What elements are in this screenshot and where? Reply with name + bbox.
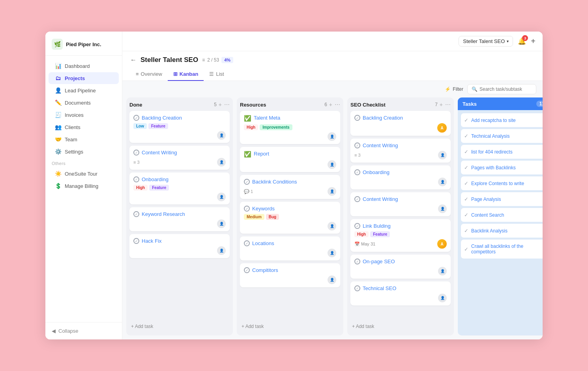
task-card: ✓ Compititors 👤 — [240, 263, 340, 287]
task-check-icon: ✓ — [464, 196, 468, 202]
plus-icon[interactable]: + — [440, 101, 443, 108]
task-footer: ≡ 3 👤 — [133, 158, 226, 167]
task-item-label: list for 404 redirects — [471, 149, 513, 155]
task-item-label: Pages with Backlinks — [471, 165, 516, 171]
avatar: 👤 — [217, 158, 226, 167]
more-icon[interactable]: ⋯ — [335, 101, 340, 108]
column-done-actions[interactable]: + ⋯ — [219, 101, 230, 108]
search-input[interactable] — [479, 86, 535, 92]
sidebar-item-team[interactable]: 🤝 Team — [49, 133, 119, 145]
task-footer: 👤 — [354, 178, 447, 186]
task-check-icon: ✓ — [354, 169, 360, 175]
more-icon[interactable]: ⋯ — [445, 101, 451, 108]
kanban-columns: Done 5 + ⋯ ✓ Backling Creation — [122, 97, 543, 339]
column-resources: Resources 6 + ⋯ ✅ Talent Meta — [237, 97, 343, 335]
tab-overview[interactable]: ≡ Overview — [130, 68, 168, 81]
tab-kanban[interactable]: ⊞ Kanban — [168, 68, 204, 81]
avatar: 👤 — [438, 294, 447, 302]
badge-high: High — [133, 185, 148, 191]
task-item[interactable]: ✓ Pages with Backlinks — [461, 161, 543, 174]
task-title: ✓ Locations — [244, 240, 336, 246]
sidebar-item-dashboard[interactable]: 📊 Dashboard — [49, 60, 119, 72]
project-selector[interactable]: Steller Talent SEO ▾ — [459, 36, 513, 47]
sidebar-item-settings[interactable]: ⚙️ Settings — [49, 146, 119, 157]
logo-icon: 🌿 — [52, 39, 63, 50]
task-item[interactable]: ✓ Backlink Analysis — [461, 224, 543, 238]
avatar: 👤 — [328, 222, 336, 230]
plus-icon[interactable]: + — [219, 101, 222, 108]
badge-low: Low — [133, 123, 147, 129]
task-item[interactable]: ✓ Explore Contents to write — [461, 176, 543, 190]
more-icon[interactable]: ⋯ — [224, 101, 230, 108]
task-badges: Low Feature — [133, 123, 226, 129]
task-item[interactable]: ✓ Technical Analysis — [461, 129, 543, 143]
task-check-icon: ✓ — [133, 150, 139, 156]
task-footer: 👤 — [133, 193, 226, 201]
filter-button[interactable]: ⚡ Filter — [445, 86, 463, 92]
sidebar-item-projects[interactable]: 🗂 Projects — [49, 72, 119, 84]
column-seo-actions[interactable]: + ⋯ — [440, 101, 451, 108]
add-task-button-seo[interactable]: + Add task — [350, 321, 451, 332]
task-card: ✓ Link Bulding High Feature 📅 May 31 A — [350, 219, 451, 252]
settings-icon: ⚙️ — [55, 148, 61, 155]
documents-icon: ✏️ — [55, 99, 61, 106]
task-card: ✓ Content Writing ≡ 3 👤 — [350, 139, 451, 163]
task-card: ✓ Backling Creation Low Feature 👤 — [129, 111, 230, 143]
onesuite-icon: ☀️ — [55, 171, 61, 177]
column-resources-actions[interactable]: + ⋯ — [329, 101, 340, 108]
task-sub-count: ≡ 3 — [133, 160, 140, 165]
badge-high: High — [354, 231, 369, 237]
sidebar-item-clients[interactable]: 👥 Clients — [49, 121, 119, 133]
nav-tabs: ≡ Overview ⊞ Kanban ☰ List — [130, 68, 535, 81]
sidebar-logo[interactable]: 🌿 Pied Piper Inc. — [45, 32, 122, 56]
page-header: ← Steller Talent SEO ≡ 2 / 53 4% ≡ Overv… — [122, 51, 543, 81]
column-seo-title: SEO Checklist — [350, 102, 432, 108]
back-button[interactable]: ← — [130, 56, 137, 64]
collapse-chevron-icon: ◀ — [52, 328, 56, 334]
task-item[interactable]: ✓ list for 404 redirects — [461, 145, 543, 159]
collapse-button[interactable]: ◀ Collapse — [45, 322, 122, 339]
task-item[interactable]: ✓ Crawl all backlinks of the competitors — [461, 240, 543, 259]
task-title: ✓ On-page SEO — [354, 259, 447, 264]
add-task-button-resources[interactable]: + Add task — [240, 321, 340, 332]
bell-button[interactable]: 🔔 3 — [518, 37, 526, 45]
task-check-icon: ✓ — [354, 196, 360, 202]
task-item[interactable]: ✓ Content Search — [461, 208, 543, 222]
task-footer: 👤 — [244, 249, 336, 257]
task-item[interactable]: ✓ Page Analysis — [461, 192, 543, 206]
progress-badge: 4% — [221, 57, 233, 63]
badge-medium: Medium — [244, 214, 264, 220]
lead-icon: 👤 — [55, 87, 61, 94]
plus-icon[interactable]: + — [329, 101, 332, 108]
sidebar-item-label: Lead Pipeline — [65, 88, 96, 94]
sidebar: 🌿 Pied Piper Inc. 📊 Dashboard 🗂 Projects… — [45, 32, 122, 339]
task-title: ✓ Onboarding — [133, 176, 226, 182]
task-check-icon: ✓ — [464, 212, 468, 218]
task-card: ✓ Backling Creation A — [350, 111, 451, 136]
sidebar-item-onesuite-tour[interactable]: ☀️ OneSuite Tour — [49, 168, 119, 180]
sidebar-item-lead-pipeline[interactable]: 👤 Lead Pipeline — [49, 84, 119, 96]
task-badges: Medium Bug — [244, 214, 336, 220]
sidebar-item-label: Team — [65, 137, 77, 142]
column-seo-count: 7 — [435, 102, 438, 107]
task-card: ✓ Content Writing ≡ 3 👤 — [129, 146, 230, 170]
sidebar-item-label: Settings — [65, 149, 83, 155]
sidebar-item-invoices[interactable]: 🧾 Invoices — [49, 109, 119, 121]
add-task-button-done[interactable]: + Add task — [129, 321, 230, 332]
task-card: ✓ Technical SEO 👤 — [350, 281, 451, 305]
sidebar-item-documents[interactable]: ✏️ Documents — [49, 97, 119, 109]
column-done-count: 5 — [214, 102, 217, 107]
avatar: 👤 — [328, 187, 336, 196]
sidebar-item-label: Invoices — [65, 112, 84, 118]
badge-feature: Feature — [148, 123, 168, 129]
add-button[interactable]: + — [531, 37, 536, 46]
task-item[interactable]: ✓ Add recaptcha to site — [461, 113, 543, 127]
list-icon: ≡ — [202, 57, 205, 63]
task-check-icon: ✓ — [354, 115, 360, 121]
task-item-label: Add recaptcha to site — [471, 118, 516, 123]
task-card: ✓ On-page SEO 👤 — [350, 255, 451, 279]
task-card: ✓ Onboarding High Feature 👤 — [129, 172, 230, 204]
tab-list[interactable]: ☰ List — [204, 68, 229, 81]
task-check-icon: ✓ — [244, 206, 250, 212]
sidebar-item-manage-billing[interactable]: 💲 Manage Billing — [49, 180, 119, 192]
